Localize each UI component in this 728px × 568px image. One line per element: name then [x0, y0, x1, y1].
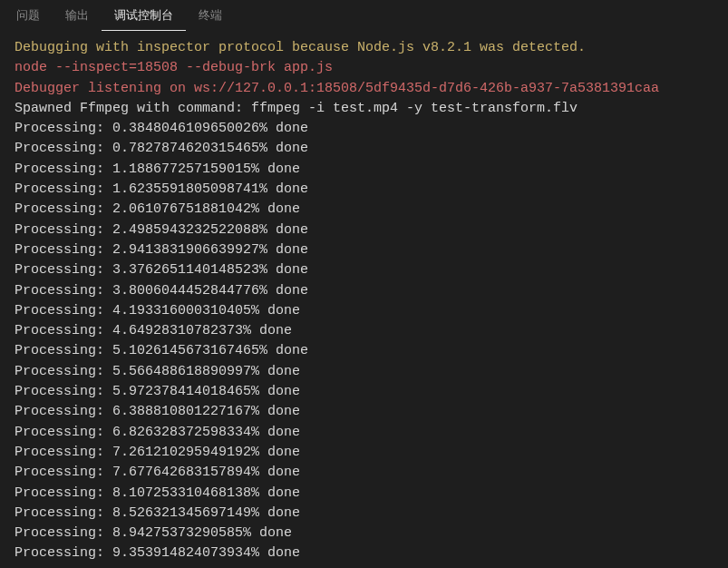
tab-output[interactable]: 输出 [53, 0, 102, 31]
console-line: Processing: 7.261210295949192% done [15, 443, 713, 463]
console-line: Debugger listening on ws://127.0.0.1:185… [15, 79, 713, 99]
console-line: Processing: 8.94275373290585% done [15, 524, 713, 544]
console-line: Processing: 6.388810801227167% done [15, 402, 713, 422]
console-line: Processing: 1.188677257159015% done [15, 160, 713, 180]
console-line: node --inspect=18508 --debug-brk app.js [15, 58, 713, 78]
console-line: Processing: 5.972378414018465% done [15, 382, 713, 402]
console-line: Processing: 3.3762651140148523% done [15, 260, 713, 280]
console-line: Processing: 2.4985943232522088% done [15, 220, 713, 240]
tab-terminal[interactable]: 终端 [186, 0, 235, 31]
debug-console-output[interactable]: Debugging with inspector protocol becaus… [0, 31, 728, 568]
console-line: Processing: 0.3848046109650026% done [15, 119, 713, 139]
console-line: Processing: 2.061076751881042% done [15, 200, 713, 220]
console-line: Processing: 3.8006044452844776% done [15, 281, 713, 301]
console-line: Processing: 5.566488618890997% done [15, 362, 713, 382]
console-line: Processing: 4.64928310782373% done [15, 321, 713, 341]
tab-problems[interactable]: 问题 [4, 0, 53, 31]
console-line: Processing: 5.1026145673167465% done [15, 341, 713, 361]
console-line: Processing: 9.353914824073934% done [15, 544, 713, 563]
console-line: Processing: 4.193316000310405% done [15, 301, 713, 321]
console-line: Spawned Ffmpeg with command: ffmpeg -i t… [15, 99, 713, 119]
console-line: Processing: 8.526321345697149% done [15, 504, 713, 524]
tab-debug-console[interactable]: 调试控制台 [102, 0, 186, 31]
console-line: Debugging with inspector protocol becaus… [15, 38, 713, 58]
console-line: Processing: 2.9413831906639927% done [15, 240, 713, 260]
console-line: Processing: 8.107253310468138% done [15, 484, 713, 504]
console-line: Processing: 6.826328372598334% done [15, 423, 713, 443]
console-line: Processing: 0.7827874620315465% done [15, 139, 713, 159]
console-line: Processing: 7.677642683157894% done [15, 463, 713, 483]
console-line: Processing: 1.6235591805098741% done [15, 180, 713, 200]
panel-tab-bar: 问题输出调试控制台终端 [0, 0, 728, 31]
